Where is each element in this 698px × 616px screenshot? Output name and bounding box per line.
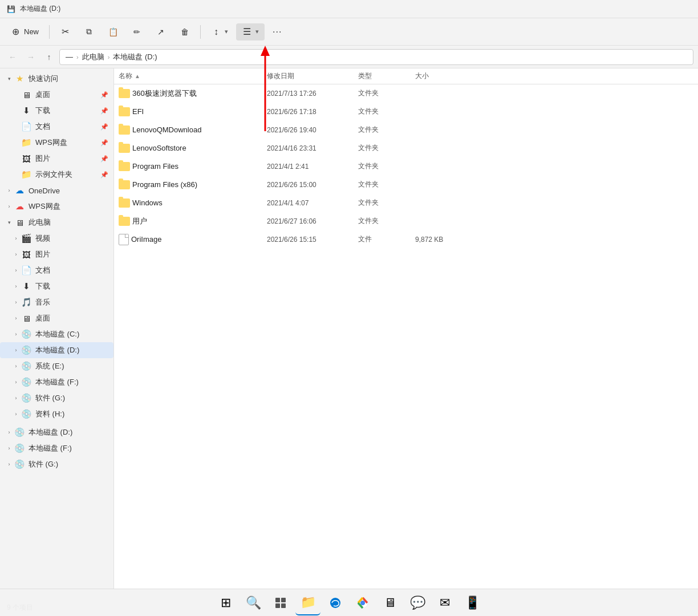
new-icon: ⊕ (10, 27, 21, 37)
sidebar-item-desktop2[interactable]: › 🖥 桌面 (0, 310, 113, 326)
extra-f-icon: 💿 (14, 443, 25, 454)
sidebar-extra-f-header[interactable]: › 💿 本地磁盘 (F:) (0, 440, 113, 456)
taskbar-start[interactable]: ⊞ (213, 590, 238, 615)
taskbar-wechat[interactable]: 💬 (405, 590, 430, 615)
sidebar-item-wpsdisk[interactable]: 📁 WPS网盘 📌 (0, 135, 113, 151)
paste-icon: 📋 (108, 27, 118, 37)
copy-button[interactable]: ⧉ (78, 23, 100, 40)
file-date: 2021/6/26 15:00 (262, 181, 354, 189)
view-button[interactable]: ☰ ▾ (236, 23, 265, 40)
taskbar-chrome[interactable] (350, 590, 375, 615)
quickaccess-chevron: ▾ (5, 74, 14, 83)
sidebar-item-g[interactable]: › 💿 软件 (G:) (0, 390, 113, 406)
extra-d-label: 本地磁盘 (D:) (29, 427, 109, 437)
more-button[interactable]: ··· (267, 23, 287, 40)
table-row[interactable]: EFI2021/6/26 17:18文件夹 (114, 103, 698, 121)
file-date: 2021/4/16 23:31 (262, 144, 354, 152)
e-label: 系统 (E:) (35, 361, 109, 371)
title-bar: 💾 本地磁盘 (D:) (0, 0, 698, 18)
desktop2-icon: 🖥 (21, 313, 32, 324)
pictures2-icon: 🖼 (21, 249, 32, 260)
sort-button[interactable]: ↕ ▾ (205, 23, 234, 40)
table-row[interactable]: Program Files2021/4/1 2:41文件夹 (114, 157, 698, 176)
g-icon: 💿 (21, 392, 32, 404)
taskbar-search[interactable]: 🔍 (241, 590, 266, 615)
onedrive-label: OneDrive (29, 187, 109, 195)
examples-pin: 📌 (100, 170, 109, 179)
file-type: 文件夹 (354, 88, 411, 98)
sidebar-onedrive-header[interactable]: › ☁ OneDrive (0, 183, 113, 198)
cut-button[interactable]: ✂ (54, 23, 76, 40)
breadcrumb-drive[interactable]: 本地磁盘 (D:) (113, 52, 157, 62)
onedrive-icon: ☁ (14, 185, 25, 196)
sidebar-item-pictures2[interactable]: › 🖼 图片 (0, 246, 113, 262)
wpsdisk-icon: 📁 (21, 137, 32, 148)
file-type: 文件夹 (354, 143, 411, 153)
sidebar-item-music[interactable]: › 🎵 音乐 (0, 294, 113, 310)
e-chevron: › (11, 362, 21, 371)
sidebar-item-f[interactable]: › 💿 本地磁盘 (F:) (0, 374, 113, 390)
new-label: New (24, 27, 39, 36)
documents-label: 文档 (35, 121, 100, 132)
sidebar-item-videos[interactable]: › 🎬 视频 (0, 230, 113, 246)
up-button[interactable]: ↑ (41, 49, 57, 65)
table-row[interactable]: 用户2021/6/27 16:06文件夹 (114, 212, 698, 230)
taskbar-screen[interactable]: 🖥 (378, 590, 403, 615)
file-date: 2021/6/27 16:06 (262, 217, 354, 225)
sidebar-wpcloud-header[interactable]: › ☁ WPS网盘 (0, 198, 113, 214)
table-row[interactable]: LenovoSoftstore2021/4/16 23:31文件夹 (114, 139, 698, 157)
sidebar-item-h[interactable]: › 💿 资料 (H:) (0, 406, 113, 422)
sidebar-item-downloads[interactable]: ⬇ 下载 📌 (0, 103, 113, 119)
file-rows-container: 360极速浏览器下载2021/7/13 17:26文件夹EFI2021/6/26… (114, 84, 698, 249)
forward-button[interactable]: → (23, 49, 39, 65)
table-row[interactable]: Program Files (x86)2021/6/26 15:00文件夹 (114, 176, 698, 194)
sidebar-item-examples[interactable]: 📁 示例文件夹 📌 (0, 167, 113, 183)
sidebar-item-pictures[interactable]: 🖼 图片 📌 (0, 151, 113, 167)
wpcloud-label: WPS网盘 (29, 201, 109, 212)
file-size: 9,872 KB (411, 236, 479, 244)
col-header-size[interactable]: 大小 (411, 71, 479, 81)
col-header-date[interactable]: 修改日期 (262, 71, 354, 81)
col-header-name[interactable]: 名称 ▲ (114, 71, 262, 81)
rename-button[interactable]: ✏ (126, 23, 148, 40)
sidebar-item-desktop[interactable]: 🖥 桌面 📌 (0, 87, 113, 103)
taskbar-app2[interactable]: 📱 (460, 590, 485, 615)
sidebar-item-e[interactable]: › 💿 系统 (E:) (0, 358, 113, 374)
taskbar-mail[interactable]: ✉ (432, 590, 457, 615)
sidebar-extra-d-header[interactable]: › 💿 本地磁盘 (D:) (0, 424, 113, 440)
sidebar-item-c[interactable]: › 💿 本地磁盘 (C:) (0, 326, 113, 342)
sidebar-item-d[interactable]: › 💿 本地磁盘 (D:) (0, 342, 113, 358)
sidebar-extra-g-header[interactable]: › 💿 软件 (G:) (0, 456, 113, 472)
sidebar-quickaccess-header[interactable]: ▾ ★ 快速访问 (0, 71, 113, 87)
desktop-chevron (11, 90, 21, 99)
extra-g-icon: 💿 (14, 459, 25, 470)
taskbar-fileexplorer[interactable]: 📁 (295, 590, 320, 615)
sidebar-item-docs2[interactable]: › 📄 文档 (0, 262, 113, 278)
extra-f-label: 本地磁盘 (F:) (29, 443, 109, 453)
file-type: 文件夹 (354, 216, 411, 226)
paste-button[interactable]: 📋 (102, 23, 124, 40)
folder-icon (119, 144, 130, 153)
table-row[interactable]: Windows2021/4/1 4:07文件夹 (114, 194, 698, 212)
share-button[interactable]: ↗ (150, 23, 172, 40)
desktop-label: 桌面 (35, 90, 100, 100)
quickaccess-star-icon: ★ (14, 73, 25, 84)
back-button[interactable]: ← (5, 49, 21, 65)
taskbar-taskview[interactable] (268, 590, 293, 615)
col-header-type[interactable]: 类型 (354, 71, 411, 81)
breadcrumb-thispc[interactable]: 此电脑 (82, 52, 104, 62)
table-row[interactable]: OriImage2021/6/26 15:15文件9,872 KB (114, 230, 698, 249)
delete-button[interactable]: 🗑 (174, 23, 196, 40)
file-name: OriImage (131, 235, 161, 244)
sidebar-item-documents[interactable]: 📄 文档 📌 (0, 119, 113, 135)
table-row[interactable]: 360极速浏览器下载2021/7/13 17:26文件夹 (114, 84, 698, 103)
sidebar-thispc-header[interactable]: ▾ 🖥 此电脑 (0, 214, 113, 230)
thispc-label: 此电脑 (29, 217, 109, 228)
f-chevron: › (11, 378, 21, 387)
breadcrumb[interactable]: — › 此电脑 › 本地磁盘 (D:) (59, 49, 693, 65)
taskbar-edge[interactable] (323, 590, 348, 615)
sidebar-item-downloads2[interactable]: › ⬇ 下载 (0, 278, 113, 294)
table-row[interactable]: LenovoQMDownload2021/6/26 19:40文件夹 (114, 121, 698, 139)
downloads2-label: 下载 (35, 281, 109, 291)
new-button[interactable]: ⊕ New (5, 23, 44, 40)
